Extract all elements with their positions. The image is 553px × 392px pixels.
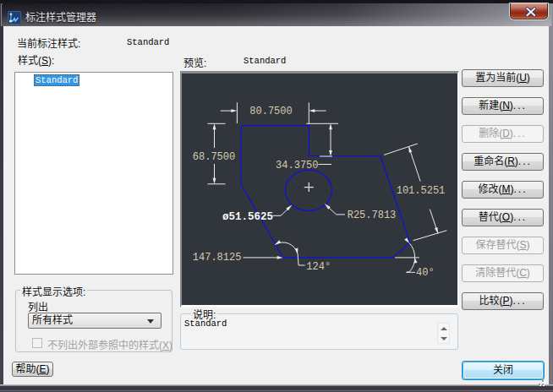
svg-text:34.3750: 34.3750 (276, 160, 318, 172)
svg-text:80.7500: 80.7500 (249, 106, 292, 117)
svg-text:R25.7813: R25.7813 (348, 210, 397, 221)
svg-text:68.7500: 68.7500 (193, 151, 235, 163)
svg-text:147.8125: 147.8125 (193, 252, 242, 264)
svg-text:101.5251: 101.5251 (397, 185, 446, 197)
svg-text:ø51.5625: ø51.5625 (222, 211, 273, 223)
svg-text:124°: 124° (306, 261, 331, 273)
svg-text:40°: 40° (416, 267, 435, 279)
